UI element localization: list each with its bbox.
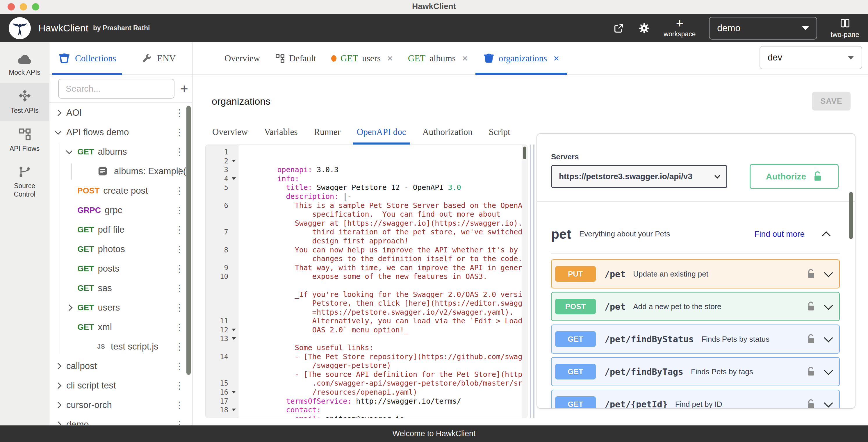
tree-item[interactable]: JS test script.js ⋮ (50, 337, 192, 356)
line-number[interactable]: 16 (206, 388, 238, 397)
endpoint-row[interactable]: PUT /pet Update an existing pet (551, 259, 840, 288)
tab-default[interactable]: Default (268, 42, 323, 74)
chevron-icon[interactable] (55, 362, 62, 369)
fold-marker-icon[interactable] (232, 178, 236, 180)
search-input[interactable] (58, 79, 175, 99)
tree-item[interactable]: JS cli script test ⋮ (50, 376, 192, 395)
kebab-menu-icon[interactable]: ⋮ (175, 264, 184, 273)
tree-item[interactable]: JS GRPC grpc ⋮ (50, 200, 192, 220)
line-number[interactable] (206, 290, 238, 299)
kebab-menu-icon[interactable]: ⋮ (175, 361, 184, 371)
close-tab-icon[interactable]: × (553, 53, 559, 64)
kebab-menu-icon[interactable]: ⋮ (175, 206, 184, 215)
kebab-menu-icon[interactable]: ⋮ (175, 186, 184, 195)
line-number[interactable]: 5 (206, 183, 238, 192)
line-number[interactable]: 4 (206, 175, 238, 184)
chevron-up-icon[interactable] (822, 231, 831, 240)
tab-organizations[interactable]: organizations × (475, 42, 567, 74)
authorize-button[interactable]: Authorize (750, 164, 839, 189)
fold-marker-icon[interactable] (232, 328, 236, 331)
line-number[interactable]: 12 (206, 326, 238, 335)
line-number[interactable]: 10 (206, 272, 238, 281)
tree-item[interactable]: JS cursor-orch ⋮ (50, 395, 192, 415)
editor-scrollbar-thumb[interactable] (523, 147, 526, 159)
chevron-down-icon[interactable] (824, 301, 833, 310)
line-number[interactable]: 9 (206, 263, 238, 273)
line-number[interactable]: 7 (206, 228, 238, 237)
fold-marker-icon[interactable] (232, 391, 236, 393)
line-number[interactable]: 17 (206, 397, 238, 406)
subtab[interactable]: Script (481, 123, 519, 141)
subtab[interactable]: OpenAPI doc (349, 123, 414, 141)
chevron-icon[interactable] (55, 109, 62, 116)
endpoint-row[interactable]: GET /pet/findByTags Finds Pets by tags (551, 357, 840, 386)
openapi-yaml-editor[interactable]: 1 openapi: 3.0.3 2 info: 3 (205, 145, 527, 418)
close-tab-icon[interactable]: × (387, 53, 393, 64)
endpoint-row[interactable]: GET /pet/{petId} Find pet by ID (551, 390, 840, 409)
tab-env[interactable]: ENV (125, 42, 192, 74)
fold-marker-icon[interactable] (232, 337, 236, 340)
tab-collections[interactable]: Collections (50, 42, 125, 74)
tree-item[interactable]: JS GET photos ⋮ (50, 239, 192, 259)
open-external-button[interactable] (613, 22, 625, 34)
tree-item[interactable]: JS POST create post ⋮ (50, 181, 192, 200)
line-number[interactable] (206, 281, 238, 290)
line-number[interactable] (206, 219, 238, 228)
add-workspace-button[interactable]: + workspace (663, 18, 695, 38)
line-number[interactable] (206, 192, 238, 201)
chevron-down-icon[interactable] (824, 333, 833, 342)
line-number[interactable]: 3 (206, 165, 238, 175)
line-number[interactable] (206, 237, 238, 246)
two-pane-toggle[interactable]: two-pane (831, 18, 859, 39)
subtab[interactable]: Runner (306, 123, 349, 141)
tab-get-users[interactable]: GET users × (323, 42, 400, 74)
save-button[interactable]: SAVE (812, 92, 850, 110)
tag-header[interactable]: pet Everything about your Pets Find out … (537, 202, 855, 242)
unlock-icon[interactable] (807, 301, 815, 312)
line-number[interactable]: 11 (206, 317, 238, 326)
workspace-select[interactable]: demo (709, 17, 817, 39)
tree-item[interactable]: JS GET posts ⋮ (50, 259, 192, 278)
line-number[interactable]: 1 (206, 148, 238, 157)
line-number[interactable] (206, 210, 238, 219)
kebab-menu-icon[interactable]: ⋮ (175, 322, 184, 332)
line-number[interactable] (206, 370, 238, 379)
line-number[interactable] (206, 361, 238, 370)
settings-button[interactable] (638, 22, 650, 34)
line-number[interactable]: 6 (206, 201, 238, 210)
subtab[interactable]: Variables (256, 123, 306, 141)
line-number[interactable] (206, 254, 238, 263)
tab-overview[interactable]: Overview (217, 42, 268, 74)
kebab-menu-icon[interactable]: ⋮ (175, 284, 184, 293)
chevron-icon[interactable] (55, 128, 62, 135)
line-number[interactable]: 14 (206, 352, 238, 361)
tab-get-albums[interactable]: GET albums × (400, 42, 475, 74)
kebab-menu-icon[interactable]: ⋮ (175, 245, 184, 254)
tree-item[interactable]: JS callpost ⋮ (50, 356, 192, 376)
tree-item[interactable]: JS AOI ⋮ (50, 103, 192, 122)
close-tab-icon[interactable]: × (462, 53, 468, 64)
chevron-icon[interactable] (66, 304, 73, 311)
kebab-menu-icon[interactable]: ⋮ (175, 225, 184, 234)
rail-item-source-control[interactable]: Source Control (0, 159, 49, 205)
kebab-menu-icon[interactable]: ⋮ (175, 381, 184, 390)
doc-scrollbar-thumb[interactable] (849, 192, 853, 239)
kebab-menu-icon[interactable]: ⋮ (175, 303, 184, 312)
editor-scrollbar[interactable] (522, 145, 527, 418)
line-number[interactable] (206, 299, 238, 308)
tree-item[interactable]: JS GET albums ⋮ (50, 142, 192, 161)
line-number[interactable]: 8 (206, 246, 238, 255)
tree-item[interactable]: JS demo ⋮ (50, 415, 192, 425)
kebab-menu-icon[interactable]: ⋮ (175, 128, 184, 137)
endpoint-row[interactable]: POST /pet Add a new pet to the store (551, 292, 840, 321)
subtab[interactable]: Overview (204, 123, 256, 141)
tree-item[interactable]: JS GET sas ⋮ (50, 278, 192, 298)
kebab-menu-icon[interactable]: ⋮ (175, 342, 184, 351)
tree-item[interactable]: JS GET users ⋮ (50, 298, 192, 317)
add-collection-button[interactable]: + (180, 82, 188, 95)
unlock-icon[interactable] (807, 334, 815, 344)
find-out-more-link[interactable]: Find out more (754, 229, 805, 239)
chevron-down-icon[interactable] (824, 399, 833, 407)
tree-item[interactable]: JS GET xml ⋮ (50, 317, 192, 337)
endpoint-row[interactable]: GET /pet/findByStatus Finds Pets by stat… (551, 324, 840, 354)
